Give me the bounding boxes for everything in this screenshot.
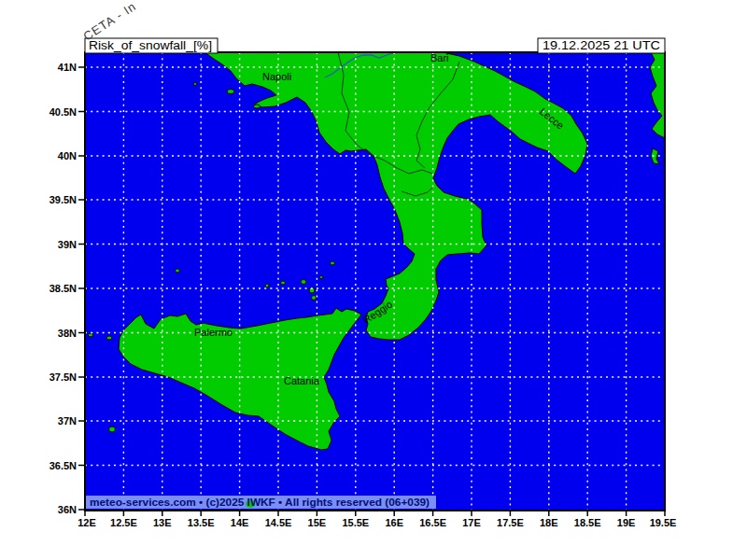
diagonal-watermark: CETA - In [80, 0, 138, 44]
map-title: Risk_of_snowfall_[%] [89, 39, 212, 52]
lon-label: 17E [462, 517, 481, 528]
lon-label: 18E [540, 517, 558, 528]
island-stromboli [331, 261, 335, 265]
lat-label: 39N [58, 239, 77, 250]
lat-label: 36.5N [49, 460, 77, 471]
lon-label: 15E [308, 517, 327, 528]
city-label-palermo: Palermo [194, 327, 233, 338]
island-ventotene [193, 83, 197, 86]
island-favignana [106, 336, 112, 340]
lon-label: 13E [153, 517, 172, 528]
lat-label: 38N [58, 328, 77, 339]
footer-watermark-text: meteo-services.com • (c)2025 IWKF • All … [90, 497, 430, 508]
island-ustica [176, 269, 180, 273]
city-label-bari: Bari [430, 52, 449, 63]
island-panarea [319, 276, 323, 279]
lat-label: 40N [58, 150, 77, 161]
lat-label: 41N [58, 62, 77, 73]
lon-label: 19E [617, 517, 636, 528]
island-alicudi [265, 284, 269, 287]
footer-watermark: meteo-services.com • (c)2025 IWKF • All … [86, 496, 436, 509]
lon-label: 16.5E [419, 517, 446, 528]
city-label-catania: Catania [284, 375, 320, 386]
lon-axis-labels: 12E 12.5E 13E 13.5E 14E 14.5E 15E 15.5E … [78, 517, 676, 528]
lon-label: 16E [385, 517, 403, 528]
lon-label: 15.5E [342, 517, 369, 528]
lon-label: 17.5E [497, 517, 524, 528]
island-salina [301, 280, 306, 285]
lat-axis-labels: 41N 40.5N 40N 39.5N 39N 38.5N 38N 37.5N … [49, 62, 77, 515]
island-vulcano [312, 296, 317, 301]
island-pantelleria [109, 427, 116, 432]
island-capri [254, 105, 261, 108]
city-label-napoli: Napoli [262, 71, 291, 82]
lat-label: 40.5N [49, 106, 77, 118]
lon-label: 12E [78, 517, 96, 528]
island-marettimo [89, 333, 93, 337]
lat-label: 36N [58, 504, 77, 515]
lat-label: 37.5N [49, 371, 77, 383]
lon-label: 12.5E [110, 517, 137, 528]
lat-label: 37N [58, 415, 77, 427]
header-strip: Risk_of_snowfall_[%] 19.12.2025 21 UTC [85, 38, 665, 53]
lon-label: 18.5E [574, 517, 601, 528]
lat-label: 38.5N [49, 283, 77, 294]
island-filicudi [281, 281, 286, 285]
weather-map-figure: Napoli Bari Lecce Reggio Palermo Catania… [0, 0, 747, 560]
island-ischia [227, 90, 234, 94]
lon-label: 14.5E [265, 517, 292, 528]
lon-label: 19.5E [650, 517, 677, 528]
lon-label: 14E [231, 517, 249, 528]
map-datetime: 19.12.2025 21 UTC [543, 39, 660, 52]
lat-label: 39.5N [49, 194, 77, 205]
lon-label: 13.5E [188, 517, 215, 528]
